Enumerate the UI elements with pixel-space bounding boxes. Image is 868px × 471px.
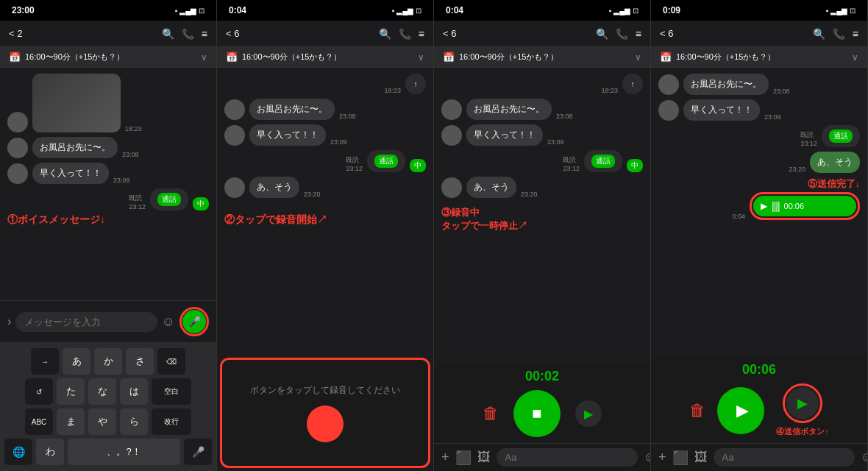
event-bar-3[interactable]: 📅 16:00〜90分（+15かも？） ∨ (434, 47, 650, 68)
phone-icon-1[interactable]: 📞 (182, 28, 194, 40)
kb-key-ka[interactable]: か (94, 348, 122, 375)
kb-row-3: ABC ま や ら 改行 (4, 408, 212, 435)
search-icon-1[interactable]: 🔍 (162, 28, 174, 40)
search-icon-3[interactable]: 🔍 (596, 28, 608, 40)
kb-key-ta[interactable]: た (57, 378, 85, 405)
emoji-icon-1[interactable]: ☺ (162, 314, 175, 330)
kb-key-del[interactable]: ⌫ (157, 348, 185, 375)
time-bath-4: 23:08 (773, 88, 790, 95)
text-input-4[interactable] (714, 448, 855, 467)
playback-area: 00:06 🗑 ▶ ▶ ④送信ボタン↑ (651, 356, 867, 443)
time-hurry-2: 23:09 (330, 138, 347, 146)
emoji-icon-4[interactable]: ☺ (861, 450, 868, 465)
calendar-icon-1: 📅 (9, 52, 21, 63)
time-asou-4: 23:20 (789, 166, 805, 173)
plus-icon-3[interactable]: + (441, 450, 449, 465)
image-icon-3[interactable]: 🖼 (477, 450, 491, 465)
chevron-down-icon-1: ∨ (201, 52, 207, 63)
calendar-icon-4: 📅 (660, 52, 672, 63)
menu-icon-1[interactable]: ≡ (202, 28, 207, 40)
kb-key-arrow[interactable]: → (31, 348, 59, 375)
menu-icon-3[interactable]: ≡ (636, 28, 641, 40)
play-button-big[interactable]: ▶ (717, 387, 764, 434)
annotation-5: ⑤送信完了↓ (808, 177, 861, 191)
rec-timer-3: 00:02 (525, 369, 559, 384)
kb-key-undo[interactable]: ↺ (25, 378, 53, 405)
delete-recording-button[interactable]: 🗑 (483, 404, 499, 423)
send-icon-4: ▶ (797, 395, 808, 411)
msg-row-asou: あ、そう 23:20 (224, 177, 426, 198)
kb-key-space[interactable]: 空白 (152, 378, 191, 405)
kb-key-ha[interactable]: は (120, 378, 148, 405)
voice-bubble-box: ▶ |||| 00:06 (750, 192, 860, 220)
time-bath: 23:08 (122, 151, 139, 158)
time-hurry-3: 23:09 (547, 138, 564, 146)
kb-key-ya[interactable]: や (88, 408, 116, 435)
kb-key-sa[interactable]: さ (126, 348, 154, 375)
event-text-2: 16:00〜90分（+15かも？） (242, 52, 413, 63)
nav-back-2[interactable]: < 6 (226, 28, 239, 39)
recording-active-area: 00:02 🗑 ■ ▶ (434, 363, 650, 443)
nav-back-3[interactable]: < 6 (443, 28, 456, 39)
time-bath-2: 23:08 (339, 113, 356, 120)
avatar-3 (7, 163, 28, 184)
camera-icon-3[interactable]: ⬛ (455, 450, 472, 466)
nav-back-1[interactable]: < 2 (9, 28, 22, 39)
event-bar-1[interactable]: 📅 16:00〜90分（+15かも？） ∨ (0, 47, 216, 68)
phone-icon-3[interactable]: 📞 (616, 28, 628, 40)
phone-icon-4[interactable]: 📞 (833, 28, 845, 40)
input-toolbar-4: + ⬛ 🖼 ☺ ✕ (651, 443, 867, 471)
search-icon-2[interactable]: 🔍 (379, 28, 391, 40)
kb-key-na[interactable]: な (88, 378, 116, 405)
record-button[interactable] (307, 406, 344, 442)
phone-icon-2[interactable]: 📞 (399, 28, 411, 40)
bubble-hurry-2: 早く入って！！ (249, 124, 326, 146)
plus-icon-4[interactable]: + (658, 450, 666, 465)
event-bar-4[interactable]: 📅 16:00〜90分（+15かも？） ∨ (651, 47, 867, 68)
status-bar-4: 0:09 ▪ ▂▄▆ ⊡ (651, 0, 867, 21)
bubble-asou-3: あ、そう (466, 177, 516, 198)
kb-mic-key[interactable]: 🎤 (184, 439, 212, 465)
annotation-3: ③録音中タップで一時停止↗ (441, 206, 527, 233)
kb-key-ra[interactable]: ら (120, 408, 148, 435)
msg-row-upload: 18:23 ↑ (224, 74, 426, 94)
menu-icon-2[interactable]: ≡ (419, 28, 424, 40)
phone-panel-4: 0:09 ▪ ▂▄▆ ⊡ < 6 🔍 📞 ≡ 📅 16:00〜90分（+15かも… (651, 0, 868, 471)
kb-key-abc[interactable]: ABC (25, 408, 53, 435)
kb-bottom-row: 🌐 わ 、。?！ 🎤 (4, 439, 212, 465)
annotation-1: ①ボイスメッセージ↓ (7, 213, 105, 227)
send-btn-container: ▶ ④送信ボタン↑ (776, 383, 829, 437)
mic-button-1[interactable]: 🎤 (182, 310, 206, 333)
chevron-left-icon[interactable]: › (7, 315, 11, 328)
nav-bar-2: < 6 🔍 📞 ≡ (217, 21, 433, 47)
nav-back-4[interactable]: < 6 (660, 28, 673, 39)
voice-bubble[interactable]: ▶ |||| 00:06 (753, 196, 856, 216)
search-icon-4[interactable]: 🔍 (813, 28, 825, 40)
stop-recording-button[interactable]: ■ (513, 390, 561, 437)
status-time-1: 23:00 (12, 5, 35, 15)
send-button-box: ▶ (783, 383, 822, 423)
call-bubble-3: 通話 (584, 150, 622, 172)
kb-key-a[interactable]: あ (63, 348, 90, 375)
image-icon-4[interactable]: 🖼 (694, 450, 708, 465)
rec-controls: 🗑 ■ ▶ (483, 390, 602, 437)
avatar-7 (441, 99, 462, 120)
chevron-down-icon-2: ∨ (418, 52, 424, 63)
send-recording-button[interactable]: ▶ (575, 400, 602, 427)
message-input-1[interactable] (15, 312, 157, 332)
kb-key-enter[interactable]: 改行 (152, 408, 191, 435)
bubble-bath-3: お風呂お先に〜。 (466, 99, 552, 120)
upload-icon: ↑ (405, 74, 426, 94)
kb-key-ma[interactable]: ま (57, 408, 85, 435)
delete-playback-button[interactable]: 🗑 (689, 401, 705, 420)
camera-icon-4[interactable]: ⬛ (672, 450, 689, 466)
call-badge-2: 通話 (374, 155, 398, 168)
send-button[interactable]: ▶ (786, 387, 819, 419)
kb-globe-key[interactable]: 🌐 (4, 439, 32, 465)
text-input-3[interactable] (497, 448, 638, 467)
kb-key-wa[interactable]: わ (36, 439, 64, 465)
event-bar-2[interactable]: 📅 16:00〜90分（+15かも？） ∨ (217, 47, 433, 68)
emoji-icon-3[interactable]: ☺ (644, 450, 651, 465)
kb-key-punctuation[interactable]: 、。?！ (68, 439, 180, 465)
menu-icon-4[interactable]: ≡ (853, 28, 858, 40)
